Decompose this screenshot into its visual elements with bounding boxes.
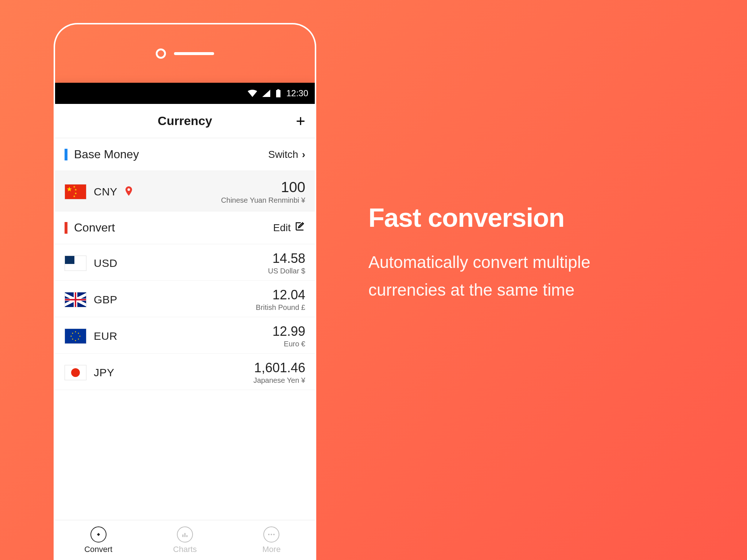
tab-more[interactable]: More <box>228 520 315 560</box>
promo-text: Fast conversion Automatically convert mu… <box>368 203 590 304</box>
svg-rect-11 <box>97 533 100 536</box>
svg-rect-12 <box>182 534 183 537</box>
switch-label: Switch <box>268 149 298 160</box>
currency-code: JPY <box>94 366 115 379</box>
section-marker-icon <box>65 222 67 234</box>
svg-rect-1 <box>277 89 279 90</box>
speaker-slot <box>174 52 214 55</box>
status-time: 12:30 <box>286 88 308 98</box>
app-header: Currency + <box>55 104 315 138</box>
switch-button[interactable]: Switch › <box>268 149 305 160</box>
svg-rect-14 <box>186 535 187 537</box>
location-pin-icon <box>125 186 133 197</box>
svg-point-7 <box>72 332 73 334</box>
promo-title: Fast conversion <box>368 203 590 233</box>
wifi-icon <box>248 90 257 97</box>
svg-point-17 <box>273 534 275 535</box>
currency-code: USD <box>94 257 117 269</box>
currency-code: GBP <box>94 293 117 306</box>
edit-button[interactable]: Edit <box>273 221 305 234</box>
svg-point-5 <box>71 335 72 337</box>
currency-desc: Euro € <box>272 340 305 348</box>
tab-convert[interactable]: Convert <box>55 520 142 560</box>
app-screen: 12:30 Currency + Base Money Switch › ★ ★… <box>55 83 315 560</box>
add-button[interactable]: + <box>296 112 305 130</box>
currency-amount: 12.99 <box>272 324 305 339</box>
edit-icon <box>294 221 305 234</box>
flag-us-icon <box>65 256 86 271</box>
convert-label: Convert <box>74 221 267 234</box>
currency-desc: Japanese Yen ¥ <box>253 376 305 385</box>
base-currency-row[interactable]: ★ ★ ★ ★ ★ CNY 100 Chinese Yuan Renminbi … <box>55 171 315 211</box>
convert-tab-icon <box>90 526 107 542</box>
svg-rect-0 <box>276 90 280 97</box>
tab-label: Convert <box>84 545 112 554</box>
camera-icon <box>156 48 166 59</box>
charts-tab-icon <box>177 526 193 542</box>
flag-cn-icon: ★ ★ ★ ★ ★ <box>65 184 86 199</box>
svg-point-9 <box>72 338 73 339</box>
chevron-right-icon: › <box>302 149 305 160</box>
base-amount: 100 <box>221 179 305 195</box>
tab-label: Charts <box>173 545 197 554</box>
currency-row-eur[interactable]: EUR 12.99 Euro € <box>55 317 315 354</box>
flag-jp-icon <box>65 365 86 380</box>
svg-point-6 <box>80 335 81 337</box>
svg-point-15 <box>268 534 270 535</box>
svg-point-3 <box>75 331 76 332</box>
currency-row-jpy[interactable]: JPY 1,601.46 Japanese Yen ¥ <box>55 354 315 390</box>
currency-amount: 12.04 <box>256 287 305 303</box>
currency-desc: British Pound £ <box>256 303 305 312</box>
page-title: Currency <box>158 114 212 128</box>
flag-gb-icon <box>65 292 86 307</box>
base-money-label: Base Money <box>74 148 262 161</box>
convert-section-header: Convert Edit <box>55 211 315 244</box>
status-bar: 12:30 <box>55 83 315 104</box>
svg-point-2 <box>127 188 130 191</box>
promo-subtitle: Automatically convert multiple currencie… <box>368 249 590 304</box>
bottom-tab-bar: Convert Charts More <box>55 520 315 560</box>
base-currency-desc: Chinese Yuan Renminbi ¥ <box>221 196 305 205</box>
more-tab-icon <box>263 526 279 542</box>
cell-signal-icon <box>262 90 270 97</box>
currency-row-usd[interactable]: USD 14.58 US Dollar $ <box>55 244 315 281</box>
edit-label: Edit <box>273 222 291 234</box>
svg-point-8 <box>78 332 79 334</box>
section-marker-icon <box>65 149 67 160</box>
base-money-section-header: Base Money Switch › <box>55 138 315 171</box>
svg-rect-13 <box>184 533 185 537</box>
phone-frame: 12:30 Currency + Base Money Switch › ★ ★… <box>54 23 316 560</box>
currency-desc: US Dollar $ <box>268 267 305 275</box>
svg-point-10 <box>78 338 79 339</box>
battery-icon <box>275 89 281 97</box>
base-currency-code: CNY <box>94 186 117 198</box>
currency-row-gbp[interactable]: GBP 12.04 British Pound £ <box>55 281 315 317</box>
tab-charts[interactable]: Charts <box>142 520 228 560</box>
currency-code: EUR <box>94 330 117 342</box>
tab-label: More <box>262 545 280 554</box>
svg-point-4 <box>75 340 76 341</box>
svg-point-16 <box>271 534 272 535</box>
flag-eu-icon <box>65 328 86 344</box>
currency-amount: 1,601.46 <box>253 360 305 376</box>
phone-top-bezel <box>55 24 315 83</box>
currency-amount: 14.58 <box>268 251 305 266</box>
